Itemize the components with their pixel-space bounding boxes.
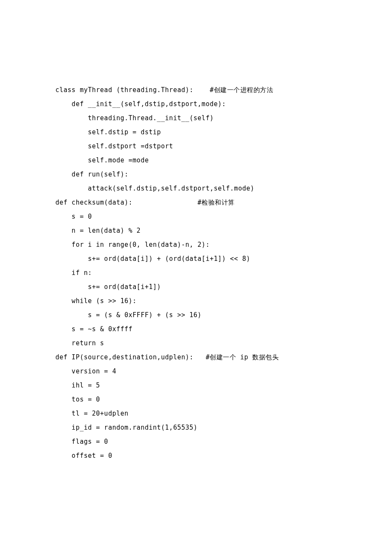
code-line: s+= ord(data[i+1]) — [55, 280, 337, 294]
code-line: s = 0 — [55, 210, 337, 224]
code-line: ihl = 5 — [55, 379, 337, 393]
code-line: s = (s & 0xFFFF) + (s >> 16) — [55, 308, 337, 322]
code-line: s = ~s & 0xffff — [55, 322, 337, 336]
code-line: tos = 0 — [55, 393, 337, 407]
code-line: def checksum(data): #检验和计算 — [55, 196, 337, 210]
code-line: for i in range(0, len(data)-n, 2): — [55, 238, 337, 252]
code-line: if n: — [55, 266, 337, 280]
code-line: def IP(source,destination,udplen): #创建一个… — [55, 350, 337, 364]
code-line: while (s >> 16): — [55, 294, 337, 308]
code-line: threading.Thread.__init__(self) — [55, 111, 337, 125]
code-line: attack(self.dstip,self.dstport,self.mode… — [55, 182, 337, 196]
code-line: tl = 20+udplen — [55, 407, 337, 421]
code-line: self.mode =mode — [55, 153, 337, 168]
code-line: flags = 0 — [55, 435, 337, 449]
code-line: n = len(data) % 2 — [55, 224, 337, 238]
code-line: self.dstip = dstip — [55, 125, 337, 139]
code-line: def run(self): — [55, 168, 337, 182]
code-document: class myThread (threading.Thread): #创建一个… — [0, 0, 392, 514]
code-line: ip_id = random.randint(1,65535) — [55, 421, 337, 435]
code-line: return s — [55, 336, 337, 350]
code-line: s+= ord(data[i]) + (ord(data[i+1]) << 8) — [55, 252, 337, 266]
code-line: version = 4 — [55, 364, 337, 379]
code-line: class myThread (threading.Thread): #创建一个… — [55, 83, 337, 97]
code-line: self.dstport =dstport — [55, 139, 337, 153]
code-line: offset = 0 — [55, 449, 337, 463]
code-line: def __init__(self,dstip,dstport,mode): — [55, 97, 337, 111]
